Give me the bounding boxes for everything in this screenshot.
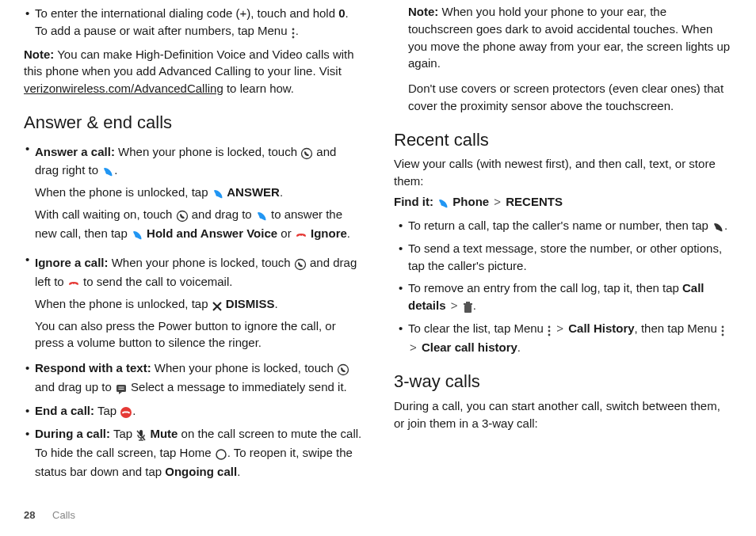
dc-1a: Tap: [110, 427, 136, 440]
cw-2: and drag to: [189, 207, 255, 221]
section-name: Calls: [52, 509, 75, 521]
phone-answer-icon: [255, 207, 268, 225]
end-call-icon: [120, 404, 132, 421]
answer-1a: When your phone is locked, touch: [115, 145, 300, 158]
clear-list-bullet: • To clear the list, tap Menu > Call His…: [397, 320, 732, 356]
home-icon: [215, 446, 227, 463]
svg-rect-19: [464, 303, 472, 305]
proximity-note: Don't use covers or screen protectors (e…: [394, 80, 732, 115]
mute-label: Mute: [147, 427, 178, 440]
ig-3: You can also press the Power button to i…: [35, 317, 362, 352]
rt-1b: and drag up to: [35, 380, 115, 393]
ig-1a: When your phone is locked, touch: [109, 256, 294, 269]
send-text-bullet: • To send a text message, store the numb…: [397, 240, 732, 275]
svg-point-23: [548, 334, 551, 336]
hd-voice-note: Note: You can make High-Definition Voice…: [24, 46, 362, 97]
svg-point-0: [292, 28, 294, 30]
page-footer: 28 Calls: [24, 508, 75, 523]
heading-recent: Recent calls: [394, 127, 732, 153]
phone-decline-icon: [295, 226, 307, 244]
ongoing-call-label: Ongoing call: [165, 465, 237, 478]
call-history-label: Call History: [568, 321, 634, 335]
heading-answer-end: Answer & end calls: [24, 110, 362, 135]
right-column: Note: When you hold your phone to your e…: [394, 0, 732, 485]
r1a: To return a call, tap the caller's name …: [408, 219, 712, 232]
svg-rect-20: [466, 302, 470, 303]
return-call-bullet: • To return a call, tap the caller's nam…: [397, 217, 732, 236]
cw-or: or: [277, 226, 295, 240]
during-label: During a call:: [35, 427, 110, 440]
clear-history-label: Clear call history: [422, 340, 517, 354]
ignore-call-bullet: • Ignore a call: When your phone is lock…: [24, 251, 362, 355]
ig-1c: to send the call to voicemail.: [80, 275, 233, 288]
phone-answer-icon: [212, 185, 224, 203]
recent-intro: View your calls (with newest first), and…: [394, 155, 732, 190]
svg-point-17: [216, 450, 226, 459]
rt-1c: Select a message to immediately send it.: [128, 380, 347, 393]
svg-point-25: [722, 330, 724, 333]
r3a: To remove an entry from the call log, ta…: [408, 281, 682, 295]
phone-ring-icon: [176, 207, 189, 225]
intl-dialing-bullet: • To enter the international dialing cod…: [24, 5, 362, 41]
note-body-2: When you hold your phone to your ear, th…: [408, 5, 730, 70]
phone-decline-icon: [67, 275, 80, 292]
answer-label: Answer a call:: [35, 145, 115, 158]
menu-dots-icon: [720, 321, 725, 339]
r4a: To clear the list, tap Menu: [408, 321, 547, 335]
answer-call-bullet: • Answer a call: When your phone is lock…: [24, 140, 362, 247]
menu-dots-icon: [291, 24, 296, 41]
dismiss-label: DISMISS: [223, 297, 275, 310]
ignore-voice-label: Ignore: [307, 226, 347, 240]
note-label-2: Note:: [408, 5, 438, 18]
end-body: Tap: [94, 404, 120, 417]
ig-2a: When the phone is unlocked, tap: [35, 297, 212, 310]
dismiss-x-icon: [212, 297, 223, 314]
find-it-path: Find it: Phone > RECENTS: [394, 193, 732, 212]
respond-text-bullet: • Respond with a text: When your phone i…: [24, 359, 362, 397]
intl-text: To enter the international dialing code …: [35, 6, 338, 20]
note-label: Note:: [24, 48, 54, 61]
zero-key: 0: [338, 6, 345, 20]
end-call-bullet: • End a call: Tap .: [24, 402, 362, 421]
phone-call-icon: [712, 219, 724, 236]
svg-point-22: [548, 330, 551, 333]
ignore-label: Ignore a call:: [35, 256, 109, 269]
phone-ring-icon: [294, 256, 307, 273]
touchscreen-note: Note: When you hold your phone to your e…: [394, 3, 732, 72]
svg-point-26: [722, 334, 724, 336]
svg-point-21: [548, 326, 551, 329]
verizon-link[interactable]: verizonwireless.com/AdvancedCalling: [24, 82, 223, 95]
page-number: 28: [24, 509, 35, 521]
phone-app-icon: [437, 195, 449, 212]
svg-rect-9: [116, 385, 126, 392]
svg-point-2: [292, 36, 294, 38]
hold-answer-label: Hold and Answer Voice: [143, 226, 277, 240]
cw-1: With call waiting on, touch: [35, 207, 176, 221]
respond-label: Respond with a text:: [35, 361, 151, 374]
during-call-bullet: • During a call: Tap Mute on the call sc…: [24, 425, 362, 480]
r4c: , then tap Menu: [635, 321, 720, 335]
menu-dots-icon: [547, 321, 552, 339]
end-label: End a call:: [35, 404, 94, 417]
heading-3way: 3-way calls: [394, 369, 732, 394]
phone-ring-icon: [337, 361, 349, 378]
phone-answer-icon: [101, 163, 114, 181]
trash-icon: [463, 298, 473, 316]
note-body: You can make High-Definition Voice and V…: [24, 48, 354, 78]
rt-1a: When your phone is locked, touch: [151, 361, 337, 374]
r2: To send a text message, store the number…: [408, 240, 732, 275]
answer-2a: When the phone is unlocked, tap: [35, 185, 212, 199]
message-icon: [115, 380, 128, 397]
threeway-body: During a call, you can start another cal…: [394, 397, 732, 432]
svg-point-1: [292, 32, 294, 34]
note-end: to learn how.: [223, 82, 294, 95]
answer-button-label: ANSWER: [224, 185, 280, 199]
findit-label: Find it:: [394, 195, 433, 208]
svg-rect-18: [464, 305, 472, 313]
left-column: • To enter the international dialing cod…: [24, 0, 362, 485]
mute-mic-icon: [136, 427, 147, 444]
svg-point-24: [722, 326, 724, 329]
recents-label: RECENTS: [506, 195, 563, 208]
remove-entry-bullet: • To remove an entry from the call log, …: [397, 279, 732, 316]
phone-ring-icon: [300, 145, 313, 162]
